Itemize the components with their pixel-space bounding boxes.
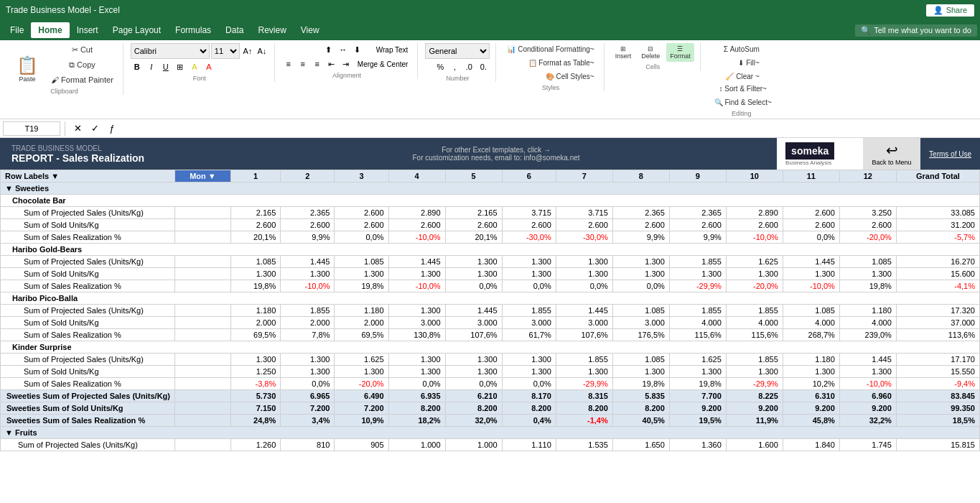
table-row: Sum of Sales Realization %-3,8%0,0%-20,0… [1,378,980,390]
number-format-select[interactable]: General [425,43,490,59]
data-cell: 1.445 [839,354,896,366]
fruits-val-10: 1.840 [783,439,839,451]
font-size-select[interactable]: 11 [211,43,240,59]
row-label-cell: Sum of Sold Units/Kg [1,268,175,280]
terms-link[interactable]: Terms of Use [929,150,971,158]
decrease-decimal-button[interactable]: 0. [477,60,490,73]
clear-icon: 🧹 Clear ~ [725,73,759,80]
italic-button[interactable]: I [145,60,158,73]
data-cell: 1.625 [726,256,783,268]
merge-center-button[interactable]: Merge & Center [354,57,412,70]
data-cell: 2.000 [335,317,388,329]
align-middle-button[interactable]: ↔ [337,43,350,56]
autosum-button[interactable]: Σ AutoSum [720,43,763,55]
align-bottom-button[interactable]: ⬇ [351,43,364,56]
format-button[interactable]: ☰ Format [666,43,694,62]
copy-button[interactable]: ⧉ Copy [47,58,117,72]
menu-data[interactable]: Data [218,22,251,38]
font-name-select[interactable]: Calibri [131,43,210,59]
data-cell: 1.300 [388,268,445,280]
increase-decimal-button[interactable]: .0 [462,60,475,73]
total-data-cell: 9.200 [839,402,896,415]
table-row: Sum of Projected Sales (Units/Kg)2.1652.… [1,207,980,219]
clear-button[interactable]: 🧹 Clear ~ [722,70,762,83]
share-button[interactable]: 👤 Share [926,4,974,17]
data-cell: 1.300 [669,366,726,378]
month-filter-icon[interactable]: ▼ [208,172,216,180]
data-cell: 1.180 [335,305,388,317]
data-cell: 2.890 [726,207,783,219]
menu-file[interactable]: File [3,22,31,38]
delete-button[interactable]: ⊟ Delete [638,43,663,62]
data-cell: 1.625 [335,354,388,366]
data-cell: 2.365 [281,207,335,219]
fruits-val-3: 1.000 [388,439,445,451]
table-container[interactable]: Row Labels ▼ Mon ▼ 1 2 3 4 5 6 7 8 9 [0,170,980,503]
total-data-cell: 40,5% [612,415,669,427]
data-cell: 1.300 [445,268,502,280]
menu-page-layout[interactable]: Page Layout [106,22,168,38]
align-center-button[interactable]: ≡ [297,57,309,70]
underline-button[interactable]: U [159,60,172,73]
border-button[interactable]: ⊞ [174,60,187,73]
data-cell: 2.600 [839,219,896,231]
bold-button[interactable]: B [131,60,144,73]
data-cell: 1.300 [669,268,726,280]
formula-bar: ✕ ✓ ƒ [0,119,980,138]
align-right-button[interactable]: ≡ [311,57,324,70]
data-cell: -10,0% [783,280,839,292]
cell-styles-button[interactable]: 🎨 Cell Styles~ [542,70,598,83]
format-icon: ☰ [677,45,683,52]
find-select-button[interactable]: 🔍 Find & Select~ [711,96,775,109]
paste-icon: 📋 [17,55,38,75]
sort-filter-button[interactable]: ↕ Sort & Filter~ [711,83,775,95]
total-data-cell: 45,8% [783,415,839,427]
decrease-font-button[interactable]: A↓ [256,45,269,57]
menu-home[interactable]: Home [31,22,69,38]
conditional-formatting-button[interactable]: 📊 Conditional Formatting~ [503,43,597,55]
month-filter-header[interactable]: Mon ▼ [175,170,231,183]
data-cell: 2.600 [281,219,335,231]
wrap-text-button[interactable]: Wrap Text [373,43,412,56]
data-cell: 1.300 [281,366,335,378]
fill-color-button[interactable]: A [188,60,201,73]
menu-review[interactable]: Review [251,22,293,38]
table-row: Sum of Sold Units/Kg2.0002.0002.0003.000… [1,317,980,329]
total-data-cell: 6.310 [783,390,839,402]
data-cell: -29,9% [669,280,726,292]
menu-formulas[interactable]: Formulas [168,22,218,38]
menu-view[interactable]: View [294,22,327,38]
decrease-indent-button[interactable]: ⇤ [325,57,338,70]
title-bar-left: Trade Business Model - Excel [6,5,120,15]
name-box[interactable] [3,121,60,136]
number-content: General % , .0 0. [425,43,490,73]
comma-button[interactable]: , [448,60,461,73]
font-color-button[interactable]: A [202,60,215,73]
align-left-button[interactable]: ≡ [282,57,295,70]
cancel-formula-button[interactable]: ✕ [70,121,85,136]
confirm-formula-button[interactable]: ✓ [87,121,103,136]
data-cell: 3.000 [445,317,502,329]
back-to-menu-button[interactable]: ↩ Back to Menu [863,138,920,170]
paste-button[interactable]: 📋 Paste [11,52,43,86]
fill-button[interactable]: ⬇ Fill~ [734,57,762,69]
menu-search[interactable]: 🔍 Tell me what you want to do [855,24,977,37]
percent-button[interactable]: % [434,60,447,73]
cut-button[interactable]: ✂ Cut [47,43,117,57]
data-cell: -29,9% [726,378,783,390]
align-top-button[interactable]: ⬆ [322,43,335,56]
increase-indent-button[interactable]: ⇥ [340,57,353,70]
row-labels-filter-icon[interactable]: ▼ [51,172,59,180]
sub-header-row: Haribo Gold-Bears [1,244,980,256]
format-painter-button[interactable]: 🖌 Format Painter [47,73,117,86]
data-cell: 1.855 [556,354,612,366]
insert-button[interactable]: ⊞ Insert [612,43,635,62]
total-label-cell: Sweeties Sum of Sold Units/Kg [1,402,175,415]
formula-input[interactable] [123,121,977,136]
data-cell: 1.085 [839,256,896,268]
insert-function-button[interactable]: ƒ [104,121,120,136]
table-row: Sum of Sales Realization %20,1%9,9%0,0%-… [1,231,980,244]
increase-font-button[interactable]: A↑ [241,45,254,57]
menu-insert[interactable]: Insert [70,22,106,38]
format-as-table-button[interactable]: 📋 Format as Table~ [525,57,598,69]
